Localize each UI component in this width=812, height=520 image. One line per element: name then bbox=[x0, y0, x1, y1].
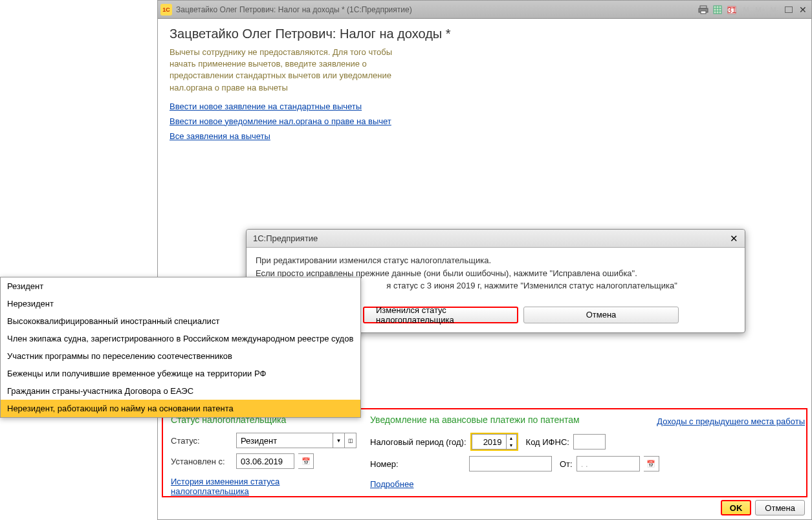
svg-text:31: 31 bbox=[727, 5, 736, 14]
dialog-button-cancel[interactable]: Отмена bbox=[523, 307, 679, 323]
ifns-label: Код ИФНС: bbox=[526, 437, 569, 447]
link-status-history[interactable]: История изменения статуса налогоплательщ… bbox=[171, 477, 358, 496]
dropdown-item[interactable]: Нерезидент bbox=[1, 295, 360, 312]
date-from-input[interactable]: 03.06.2019 bbox=[236, 453, 294, 469]
ok-button[interactable]: OK bbox=[721, 500, 752, 515]
dialog-button-status-changed[interactable]: Изменился статус налогоплательщика bbox=[363, 307, 518, 323]
year-spinner[interactable]: 2019 ▲ ▼ bbox=[470, 433, 518, 451]
notice-panel-title: Уведомление на авансовые платежи по пате… bbox=[370, 415, 798, 425]
m-minus-icon[interactable]: M- bbox=[769, 4, 780, 16]
status-open-icon[interactable]: ◫ bbox=[345, 433, 357, 448]
number-label: Номер: bbox=[370, 459, 465, 469]
m-icon[interactable]: M bbox=[740, 4, 752, 16]
tax-period-label: Налоговый период (год): bbox=[370, 437, 466, 447]
date-picker-icon[interactable]: 📅 bbox=[298, 453, 314, 469]
footer-buttons: OK Отмена bbox=[721, 500, 805, 515]
status-panel: Статус налогоплательщика Статус: Резиден… bbox=[162, 408, 807, 497]
page-title: Зацветайко Олег Петрович: Налог на доход… bbox=[170, 27, 800, 41]
svg-rect-3 bbox=[714, 6, 721, 14]
dropdown-item[interactable]: Гражданин страны-участника Договора о ЕА… bbox=[1, 382, 360, 400]
ifns-input[interactable] bbox=[573, 434, 606, 450]
close-icon[interactable]: ✕ bbox=[797, 4, 809, 16]
app-logo-icon: 1C bbox=[160, 4, 172, 16]
cancel-button[interactable]: Отмена bbox=[755, 500, 805, 515]
print-icon[interactable] bbox=[697, 4, 709, 16]
link-new-standard-deduction[interactable]: Ввести новое заявление на стандартные вы… bbox=[170, 102, 362, 111]
status-dropdown-icon[interactable]: ▼ bbox=[333, 433, 345, 448]
link-more[interactable]: Подробнее bbox=[370, 479, 798, 489]
dropdown-item[interactable]: Резидент bbox=[1, 277, 360, 295]
year-up-icon[interactable]: ▲ bbox=[507, 435, 516, 442]
dialog-text-1: При редактировании изменился статус нало… bbox=[256, 254, 736, 267]
status-combo[interactable]: Резидент ▼ ◫ bbox=[236, 433, 357, 448]
dropdown-item[interactable]: Нерезидент, работающий по найму на основ… bbox=[1, 400, 360, 417]
svg-rect-0 bbox=[700, 6, 707, 8]
number-input[interactable] bbox=[469, 456, 552, 471]
dropdown-item[interactable]: Участник программы по переселению соотеч… bbox=[1, 347, 360, 365]
dropdown-item[interactable]: Член экипажа судна, зарегистрированного … bbox=[1, 330, 360, 347]
status-dropdown-list[interactable]: РезидентНерезидентВысококвалифицированны… bbox=[0, 277, 361, 418]
maximize-icon[interactable] bbox=[783, 4, 795, 16]
titlebar: 1C Зацветайко Олег Петрович: Налог на до… bbox=[158, 1, 811, 19]
link-new-tax-notice[interactable]: Ввести новое уведомление нал.органа о пр… bbox=[170, 116, 391, 126]
content-area: Зацветайко Олег Петрович: Налог на доход… bbox=[158, 19, 811, 151]
grid-icon[interactable] bbox=[712, 4, 723, 16]
ot-label: От: bbox=[560, 459, 573, 469]
status-label: Статус: bbox=[171, 436, 232, 446]
info-text: Вычеты сотруднику не предоставляются. Дл… bbox=[170, 47, 409, 94]
ot-date-input[interactable]: . . bbox=[576, 456, 640, 471]
dialog-title: 1С:Предприятие bbox=[253, 233, 730, 243]
svg-rect-2 bbox=[701, 11, 706, 14]
year-value[interactable]: 2019 bbox=[472, 434, 507, 450]
link-all-deductions[interactable]: Все заявления на вычеты bbox=[170, 131, 270, 141]
dialog-close-icon[interactable]: ✕ bbox=[730, 233, 738, 244]
window-title: Зацветайко Олег Петрович: Налог на доход… bbox=[176, 5, 697, 14]
dropdown-item[interactable]: Высококвалифицированный иностранный спец… bbox=[1, 312, 360, 330]
year-down-icon[interactable]: ▼ bbox=[507, 442, 516, 449]
ot-date-picker-icon[interactable]: 📅 bbox=[644, 456, 659, 471]
m-plus-icon[interactable]: M+ bbox=[754, 4, 766, 16]
date-from-label: Установлен с: bbox=[171, 457, 232, 466]
dropdown-item[interactable]: Беженцы или получившие временное убежище… bbox=[1, 365, 360, 382]
status-value[interactable]: Резидент bbox=[236, 433, 333, 448]
calendar-icon[interactable]: 31 bbox=[726, 4, 738, 16]
